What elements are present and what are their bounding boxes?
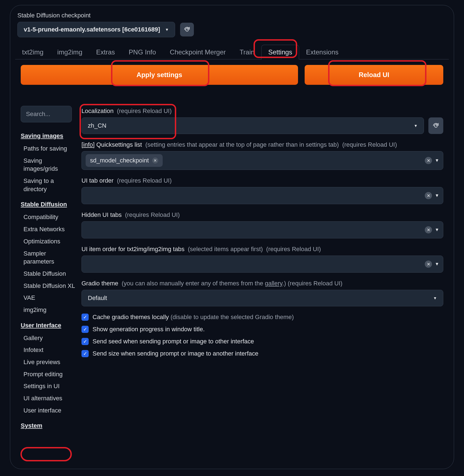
apply-settings-button[interactable]: Apply settings xyxy=(21,65,298,85)
sidebar-item-paths[interactable]: Paths for saving xyxy=(23,144,75,153)
sidebar-item-compat[interactable]: Compatibility xyxy=(23,213,75,221)
tag-remove-icon[interactable]: ✕ xyxy=(152,157,158,164)
refresh-icon xyxy=(432,122,439,129)
sidebar-item-sd[interactable]: Stable Diffusion xyxy=(23,270,75,278)
caret-down-icon: ▼ xyxy=(414,123,418,128)
tab-txt2img[interactable]: txt2img xyxy=(15,45,50,59)
tab-extras[interactable]: Extras xyxy=(89,45,122,59)
itemorder-input[interactable]: ✕ ▼ xyxy=(81,256,443,273)
localization-label: Localization (requires Reload UI) xyxy=(81,107,443,115)
tab-pnginfo[interactable]: PNG Info xyxy=(122,45,163,59)
caret-down-icon[interactable]: ▼ xyxy=(435,262,439,267)
theme-value: Default xyxy=(88,294,107,302)
sidebar-item-sdxl[interactable]: Stable Diffusion XL xyxy=(23,282,75,290)
caret-down-icon: ▼ xyxy=(433,296,437,300)
checkpoint-select[interactable]: v1-5-pruned-emaonly.safetensors [6ce0161… xyxy=(17,22,175,37)
checkbox-send-size-label: Send size when sending prompt or image t… xyxy=(93,350,258,357)
localization-refresh-button[interactable] xyxy=(428,117,443,134)
localization-value: zh_CN xyxy=(88,122,106,129)
tab-settings[interactable]: Settings xyxy=(261,45,299,59)
sidebar-item-live[interactable]: Live previews xyxy=(23,358,75,366)
checkpoint-refresh-button[interactable] xyxy=(180,23,194,36)
checkbox-send-seed-label: Send seed when sending prompt or image t… xyxy=(93,338,254,345)
tab-merger[interactable]: Checkpoint Merger xyxy=(163,45,233,59)
quicksettings-input[interactable]: sd_model_checkpoint ✕ ✕ ▼ xyxy=(81,151,443,170)
caret-down-icon[interactable]: ▼ xyxy=(435,158,439,163)
checkbox-send-seed[interactable]: ✓ xyxy=(81,338,89,345)
checkbox-send-size[interactable]: ✓ xyxy=(81,350,89,357)
sidebar-heading-sd[interactable]: Stable Diffusion xyxy=(21,201,75,208)
reload-ui-button[interactable]: Reload UI xyxy=(305,65,443,85)
taborder-label: UI tab order (requires Reload UI) xyxy=(81,177,443,184)
sidebar-item-optim[interactable]: Optimizations xyxy=(23,237,75,246)
checkbox-progress-title-label: Show generation progress in window title… xyxy=(93,326,205,333)
clear-all-icon[interactable]: ✕ xyxy=(425,261,432,268)
search-input[interactable]: Search... xyxy=(21,106,72,122)
checkpoint-value: v1-5-pruned-emaonly.safetensors [6ce0161… xyxy=(24,26,160,33)
theme-select[interactable]: Default ▼ xyxy=(81,290,443,306)
sidebar-item-sampler[interactable]: Sampler parameters xyxy=(23,249,75,266)
checkbox-cache-themes-label: Cache gradio themes locally (disable to … xyxy=(93,314,294,321)
sidebar-item-images-grids[interactable]: Saving images/grids xyxy=(23,157,75,173)
info-link[interactable]: info xyxy=(83,141,93,148)
localization-select[interactable]: zh_CN ▼ xyxy=(81,117,424,134)
quicksettings-label: [info] Quicksettings list (setting entri… xyxy=(81,141,443,148)
clear-all-icon[interactable]: ✕ xyxy=(425,192,432,199)
tag-sd-model-checkpoint[interactable]: sd_model_checkpoint ✕ xyxy=(86,154,163,167)
itemorder-label: UI item order for txt2img/img2img tabs (… xyxy=(81,246,443,253)
sidebar-item-ui-alt[interactable]: UI alternatives xyxy=(23,394,75,403)
taborder-input[interactable]: ✕ ▼ xyxy=(81,187,443,204)
caret-down-icon: ▼ xyxy=(165,27,169,32)
hidden-input[interactable]: ✕ ▼ xyxy=(81,221,443,238)
sidebar-heading-system[interactable]: System xyxy=(21,422,75,429)
tab-train[interactable]: Train xyxy=(233,45,262,59)
tab-extensions[interactable]: Extensions xyxy=(299,45,345,59)
settings-sidebar: Search... Saving images Paths for saving… xyxy=(21,106,75,434)
sidebar-item-prompt-editing[interactable]: Prompt editing xyxy=(23,370,75,378)
sidebar-item-extra-networks[interactable]: Extra Networks xyxy=(23,225,75,233)
sidebar-item-img2img[interactable]: img2img xyxy=(23,306,75,314)
sidebar-item-user-interface[interactable]: User interface xyxy=(23,406,75,415)
sidebar-heading-ui[interactable]: User Interface xyxy=(21,322,75,329)
clear-all-icon[interactable]: ✕ xyxy=(425,226,432,233)
sidebar-item-saving-dir[interactable]: Saving to a directory xyxy=(23,177,75,193)
refresh-icon xyxy=(183,26,191,33)
sidebar-item-settings-in-ui[interactable]: Settings in UI xyxy=(23,382,75,390)
checkbox-cache-themes[interactable]: ✓ xyxy=(81,314,89,321)
sidebar-item-gallery[interactable]: Gallery xyxy=(23,334,75,342)
tab-bar: txt2img img2img Extras PNG Info Checkpoi… xyxy=(15,44,449,59)
caret-down-icon[interactable]: ▼ xyxy=(435,227,439,232)
sidebar-heading-saving[interactable]: Saving images xyxy=(21,132,75,140)
theme-label: Gradio theme (you can also manually ente… xyxy=(81,280,443,287)
clear-all-icon[interactable]: ✕ xyxy=(425,157,432,164)
tab-img2img[interactable]: img2img xyxy=(50,45,89,59)
gallery-link[interactable]: gallery xyxy=(265,280,282,287)
caret-down-icon[interactable]: ▼ xyxy=(435,193,439,198)
hidden-label: Hidden UI tabs (requires Reload UI) xyxy=(81,211,443,219)
sidebar-item-vae[interactable]: VAE xyxy=(23,294,75,302)
checkbox-progress-title[interactable]: ✓ xyxy=(81,326,89,333)
checkpoint-label: Stable Diffusion checkpoint xyxy=(17,12,449,19)
sidebar-item-infotext[interactable]: Infotext xyxy=(23,346,75,354)
